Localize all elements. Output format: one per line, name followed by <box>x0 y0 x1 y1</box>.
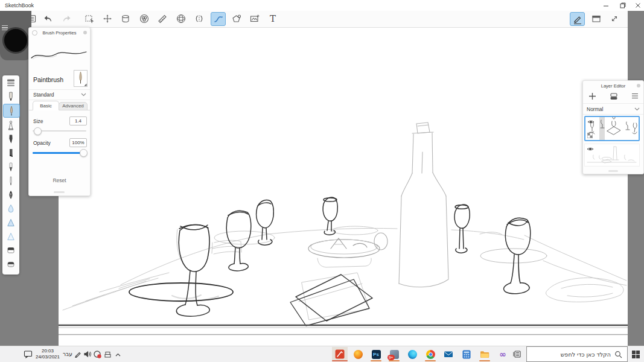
brush-thumbnail[interactable] <box>74 70 88 87</box>
taskbar-app-messenger[interactable]: 9+ <box>386 347 402 361</box>
opacity-value[interactable]: 100% <box>69 138 87 147</box>
layer-panel-pin-icon[interactable] <box>637 84 640 87</box>
tool-eraser-hard[interactable] <box>2 243 19 257</box>
import-image-button[interactable] <box>247 12 262 25</box>
layer-bg-visibility-icon[interactable] <box>587 147 594 151</box>
tray-app-button[interactable] <box>104 351 112 358</box>
drawing-canvas[interactable] <box>59 27 628 346</box>
layer-panel-header[interactable]: Layer Editor <box>583 81 643 90</box>
tab-basic[interactable]: Basic <box>33 101 59 110</box>
taskbar-app-explorer[interactable] <box>477 347 493 361</box>
restore-button[interactable] <box>616 0 630 11</box>
tool-water-drop[interactable] <box>2 202 19 215</box>
action-center-icon <box>24 350 33 358</box>
tray-pen-icon <box>74 351 81 358</box>
tool-fine-pen[interactable] <box>2 174 19 188</box>
layer-panel-drag-handle[interactable] <box>608 170 618 172</box>
taskbar-app-sketchbook[interactable] <box>332 347 348 361</box>
layer-menu-button[interactable] <box>630 90 640 102</box>
panel-pin-icon[interactable] <box>83 31 87 34</box>
clock-date: 24/03/2021 <box>34 354 62 360</box>
tray-expand-button[interactable] <box>114 351 122 358</box>
tray-volume-button[interactable] <box>83 350 92 358</box>
file-explorer-icon <box>480 350 489 358</box>
tool-airbrush[interactable] <box>2 118 19 132</box>
text-tool-button[interactable]: T <box>266 12 280 25</box>
taskbar-search[interactable]: הקלד כאן כדי לחפש <box>526 346 628 362</box>
taskbar-app-mail[interactable] <box>441 347 456 361</box>
layer-row-background[interactable] <box>584 144 640 167</box>
color-puck[interactable] <box>2 27 29 54</box>
taskbar-app-chrome[interactable] <box>422 347 438 361</box>
reset-button[interactable]: Reset <box>29 177 90 183</box>
symmetry-button[interactable] <box>192 12 206 25</box>
close-button[interactable] <box>632 0 644 11</box>
select-button[interactable] <box>82 12 97 25</box>
taskbar-app-firefox[interactable] <box>350 347 366 361</box>
perspective-button[interactable] <box>174 12 188 25</box>
tool-flat-pen[interactable] <box>2 160 19 174</box>
tool-brush-library[interactable] <box>2 75 19 89</box>
minimize-button[interactable] <box>599 0 613 11</box>
blend-mode-row[interactable]: Normal <box>583 103 643 115</box>
water-drop-icon <box>5 203 17 215</box>
brush-tabs: Basic Advanced <box>29 100 90 110</box>
tray-pen-button[interactable] <box>74 350 82 358</box>
pen-mode-button[interactable] <box>570 12 585 26</box>
tool-paintbrush[interactable] <box>3 104 20 118</box>
distort-button[interactable] <box>118 12 133 25</box>
language-indicator[interactable]: עבר <box>63 351 72 357</box>
sketchbook-app-icon <box>335 349 345 359</box>
layer-visibility-icon[interactable] <box>587 119 595 124</box>
redo-button[interactable] <box>59 12 74 25</box>
tool-smudge[interactable] <box>2 215 19 229</box>
merge-layer-button[interactable] <box>608 90 619 102</box>
tray-sync-button[interactable] <box>94 351 101 358</box>
brush-panel-header[interactable]: Brush Properties <box>29 28 90 37</box>
distort-icon <box>120 13 131 24</box>
undo-icon <box>43 13 54 24</box>
opacity-slider-thumb[interactable] <box>80 149 88 157</box>
tool-chisel-marker[interactable] <box>2 146 19 160</box>
panel-collapse-icon[interactable] <box>32 30 37 36</box>
tool-marker[interactable] <box>2 132 19 146</box>
tool-eraser-soft[interactable] <box>2 257 19 271</box>
color-adjust-button[interactable] <box>137 12 151 25</box>
task-view-button[interactable] <box>511 347 524 361</box>
tool-pencil[interactable] <box>2 89 19 103</box>
layer-row-active[interactable] <box>584 116 640 141</box>
canvas-view-button[interactable] <box>589 12 604 25</box>
taskbar-app-edge[interactable] <box>404 347 420 361</box>
eraser-hard-icon <box>5 244 17 256</box>
transform-button[interactable] <box>100 12 115 25</box>
opacity-value-text: 100% <box>72 140 84 145</box>
eraser-soft-icon <box>5 258 17 270</box>
panel-drag-handle[interactable] <box>54 191 65 193</box>
taskbar-app-visualstudio[interactable]: ∞ <box>495 347 511 361</box>
tool-smudge-soft[interactable] <box>2 229 19 243</box>
add-layer-button[interactable] <box>587 90 598 102</box>
import-image-icon <box>249 13 260 24</box>
windows-logo-icon <box>632 351 640 358</box>
tool-ink-nib[interactable] <box>2 188 19 202</box>
shape-button[interactable] <box>229 12 244 25</box>
brush-type-row[interactable]: Standard <box>29 89 90 100</box>
opacity-slider-track[interactable] <box>33 152 86 154</box>
fullscreen-button[interactable] <box>607 12 622 25</box>
size-slider-thumb[interactable] <box>34 127 42 135</box>
shape-icon <box>231 13 242 24</box>
taskbar-app-photoshop[interactable]: Ps <box>368 347 384 361</box>
start-button[interactable] <box>628 346 644 362</box>
size-value[interactable]: 1.4 <box>69 116 87 125</box>
undo-button[interactable] <box>41 12 56 25</box>
merge-layer-icon <box>610 92 618 100</box>
stroke-curve-icon <box>213 14 224 25</box>
taskbar-app-calculator[interactable] <box>459 347 474 361</box>
ruler-button[interactable] <box>155 12 170 25</box>
text-tool-icon: T <box>270 14 276 24</box>
stroke-tool-button[interactable] <box>211 12 226 26</box>
layer-transparency-lock-icon[interactable] <box>587 133 593 138</box>
tab-advanced[interactable]: Advanced <box>59 102 88 111</box>
action-center-button[interactable] <box>22 349 34 360</box>
taskbar-clock[interactable]: 20:03 24/03/2021 <box>34 348 62 360</box>
